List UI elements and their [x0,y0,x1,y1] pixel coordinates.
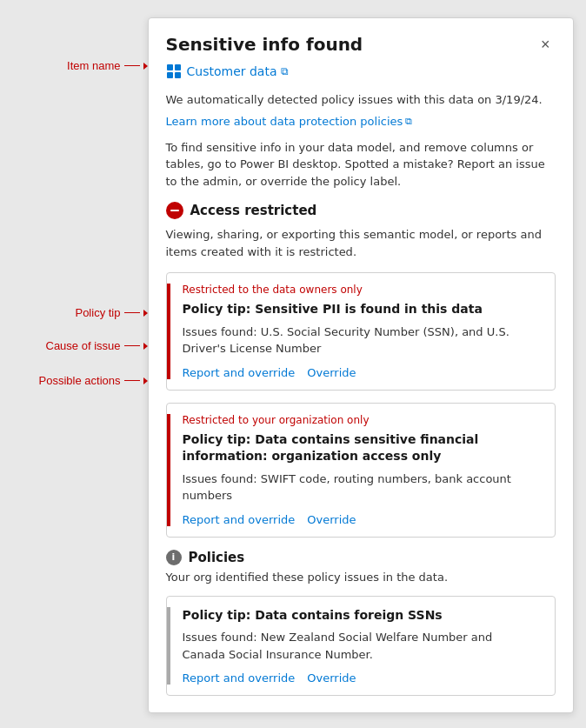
learn-more-link[interactable]: Learn more about data protection policie… [166,115,413,128]
policy-card-neutral-1: Policy tip: Data contains foreign SSNs I… [166,596,556,697]
policy-card-1: Restricted to the data owners only Polic… [166,272,556,391]
annotation-cause-of-issue: Cause of issue [46,339,121,352]
auto-detect-text: We automatically detected policy issues … [166,91,556,109]
access-restricted-desc: Viewing, sharing, or exporting this sema… [166,226,556,260]
policy-card-neutral-1-override[interactable]: Override [307,671,356,685]
policy-card-2-actions: Report and override Override [183,513,534,526]
policy-card-2-override[interactable]: Override [307,513,356,526]
grid-icon [167,64,181,78]
item-external-link-icon: ⧉ [281,65,289,77]
policy-card-neutral-1-content: Policy tip: Data contains foreign SSNs I… [183,607,543,685]
policy-card-neutral-1-title: Policy tip: Data contains foreign SSNs [183,607,534,624]
annotation-policy-tip: Policy tip [75,306,120,319]
policies-section-header: i Policies [166,550,556,565]
policy-card-2-accent [167,414,170,526]
policy-card-1-report-override[interactable]: Report and override [183,366,296,379]
annotation-item-name: Item name [67,59,120,72]
policies-description: Your org identified these policy issues … [166,571,556,584]
item-grid-icon [166,63,182,79]
policy-card-2-content: Restricted to your organization only Pol… [183,414,543,526]
policy-card-neutral-1-accent [167,607,170,685]
item-name-row: Customer data ⧉ [149,63,573,79]
policy-card-1-title: Policy tip: Sensitive PII is found in th… [183,301,534,318]
panel-header: Sensitive info found × [149,18,573,63]
policy-card-1-accent [167,284,170,379]
policy-card-1-restricted-label: Restricted to the data owners only [183,284,534,296]
intro-section: We automatically detected policy issues … [149,91,573,190]
annotation-possible-actions: Possible actions [39,374,121,387]
policy-card-neutral-1-report-override[interactable]: Report and override [183,671,296,685]
access-restricted-section: Access restricted Viewing, sharing, or e… [149,202,573,538]
policy-card-1-issues: Issues found: U.S. Social Security Numbe… [183,324,534,357]
tip-text: To find sensitive info in your data mode… [166,139,556,190]
learn-more-icon: ⧉ [405,116,412,127]
close-button[interactable]: × [536,35,556,54]
access-restricted-header: Access restricted [166,202,556,219]
policy-card-2-issues: Issues found: SWIFT code, routing number… [183,471,534,504]
policy-card-neutral-1-issues: Issues found: New Zealand Social Welfare… [183,629,534,663]
info-circle-icon: i [166,550,182,565]
policies-section: i Policies Your org identified these pol… [149,550,573,697]
policy-card-neutral-1-actions: Report and override Override [183,671,534,685]
item-name-text: Customer data [187,64,277,78]
policy-card-2-title: Policy tip: Data contains sensitive fina… [183,431,534,465]
policy-card-1-actions: Report and override Override [183,366,534,379]
item-name-link[interactable]: Customer data ⧉ [187,64,289,78]
policy-card-2-report-override[interactable]: Report and override [183,513,296,526]
sensitive-info-panel: Sensitive info found × Customer data ⧉ W… [148,17,574,713]
policy-card-2-restricted-label: Restricted to your organization only [183,414,534,426]
policies-title: Policies [189,550,245,565]
restricted-icon [166,202,183,219]
policy-card-2: Restricted to your organization only Pol… [166,403,556,538]
access-restricted-title: Access restricted [190,203,317,218]
policy-card-1-content: Restricted to the data owners only Polic… [183,284,543,379]
learn-more-text: Learn more about data protection policie… [166,115,403,128]
panel-title: Sensitive info found [166,34,363,55]
policy-card-1-override[interactable]: Override [307,366,356,379]
